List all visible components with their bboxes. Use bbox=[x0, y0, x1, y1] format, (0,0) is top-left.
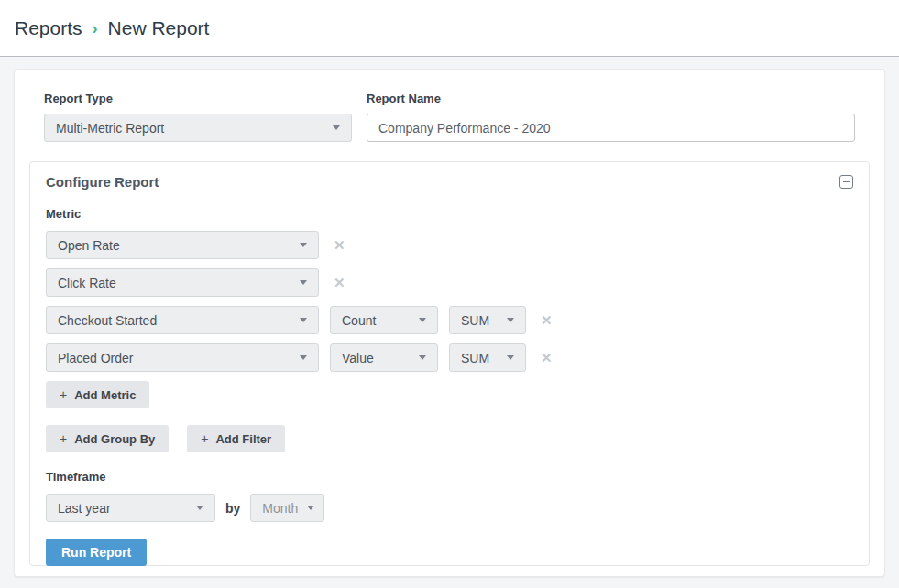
remove-metric-4-button[interactable]: ✕ bbox=[541, 351, 553, 365]
report-meta-row: Report Type Multi-Metric Report Report N… bbox=[44, 92, 855, 142]
measurement-select-4[interactable]: Value bbox=[330, 343, 438, 372]
breadcrumb: Reports › New Report bbox=[15, 17, 209, 39]
run-report-button[interactable]: Run Report bbox=[46, 539, 147, 566]
report-type-field: Report Type Multi-Metric Report bbox=[44, 92, 352, 142]
metric-row: Click Rate ✕ bbox=[46, 268, 853, 297]
chevron-down-icon bbox=[300, 280, 307, 285]
plus-icon: + bbox=[201, 431, 208, 446]
metric-select-3-value: Checkout Started bbox=[58, 313, 157, 328]
timeframe-range-value: Last year bbox=[58, 501, 111, 516]
remove-metric-2-button[interactable]: ✕ bbox=[334, 276, 345, 289]
add-metric-label: Add Metric bbox=[74, 388, 136, 402]
report-type-label: Report Type bbox=[44, 92, 352, 105]
chevron-down-icon bbox=[333, 125, 340, 130]
metric-select-3[interactable]: Checkout Started bbox=[46, 306, 319, 334]
remove-metric-3-button[interactable]: ✕ bbox=[541, 313, 553, 327]
measurement-select-3[interactable]: Count bbox=[330, 306, 438, 334]
timeframe-by-label: by bbox=[225, 501, 240, 516]
aggregate-select-3-value: SUM bbox=[461, 313, 489, 328]
remove-metric-1-button[interactable]: ✕ bbox=[334, 238, 345, 252]
plus-icon: + bbox=[60, 431, 67, 446]
configure-report-title: Configure Report bbox=[46, 174, 159, 190]
metric-select-4-value: Placed Order bbox=[58, 351, 133, 365]
metric-select-1-value: Open Rate bbox=[58, 238, 120, 253]
page-title: New Report bbox=[108, 17, 210, 39]
report-builder-card: Report Type Multi-Metric Report Report N… bbox=[14, 69, 885, 577]
metric-select-2[interactable]: Click Rate bbox=[46, 268, 319, 297]
chevron-down-icon bbox=[300, 243, 307, 247]
chevron-down-icon bbox=[196, 506, 203, 510]
aggregate-select-3[interactable]: SUM bbox=[449, 306, 526, 334]
metric-row: Open Rate ✕ bbox=[46, 231, 853, 259]
metric-row: Placed Order Value SUM ✕ bbox=[46, 343, 853, 372]
report-type-value: Multi-Metric Report bbox=[56, 121, 164, 136]
plus-icon: + bbox=[60, 387, 67, 402]
chevron-down-icon bbox=[419, 318, 426, 322]
breadcrumb-reports-link[interactable]: Reports bbox=[15, 17, 82, 39]
timeframe-row: Last year by Month bbox=[46, 494, 853, 522]
metric-row: Checkout Started Count SUM ✕ bbox=[46, 306, 853, 334]
aggregate-select-4[interactable]: SUM bbox=[449, 343, 526, 372]
measurement-select-4-value: Value bbox=[342, 351, 374, 365]
collapse-minus-icon[interactable] bbox=[839, 175, 853, 189]
chevron-down-icon bbox=[507, 318, 514, 322]
add-group-by-button[interactable]: + Add Group By bbox=[46, 425, 169, 452]
metric-select-1[interactable]: Open Rate bbox=[46, 231, 319, 259]
chevron-down-icon bbox=[300, 318, 307, 322]
metric-section-label: Metric bbox=[46, 207, 853, 221]
report-name-label: Report Name bbox=[367, 92, 855, 105]
metric-select-4[interactable]: Placed Order bbox=[46, 343, 319, 372]
report-type-select[interactable]: Multi-Metric Report bbox=[44, 114, 352, 142]
chevron-down-icon bbox=[300, 355, 307, 360]
add-filter-label: Add Filter bbox=[215, 432, 271, 446]
timeframe-section-label: Timeframe bbox=[46, 470, 853, 484]
chevron-down-icon bbox=[307, 506, 314, 510]
timeframe-interval-select[interactable]: Month bbox=[250, 494, 324, 522]
report-name-field: Report Name bbox=[367, 92, 855, 142]
group-filter-row: + Add Group By + Add Filter bbox=[46, 425, 853, 452]
chevron-down-icon bbox=[419, 355, 426, 360]
add-metric-button[interactable]: + Add Metric bbox=[46, 381, 149, 408]
configure-report-panel: Configure Report Metric Open Rate ✕ Clic… bbox=[29, 161, 870, 566]
timeframe-range-select[interactable]: Last year bbox=[46, 494, 215, 522]
top-header: Reports › New Report bbox=[0, 0, 899, 57]
configure-report-header: Configure Report bbox=[46, 174, 853, 190]
measurement-select-3-value: Count bbox=[342, 313, 376, 328]
add-metric-row: + Add Metric bbox=[46, 381, 853, 408]
aggregate-select-4-value: SUM bbox=[461, 351, 489, 365]
page-content: Report Type Multi-Metric Report Report N… bbox=[0, 57, 899, 577]
chevron-right-icon: › bbox=[93, 19, 98, 38]
timeframe-interval-value: Month bbox=[262, 501, 298, 516]
chevron-down-icon bbox=[507, 355, 514, 360]
add-filter-button[interactable]: + Add Filter bbox=[187, 425, 285, 452]
metric-select-2-value: Click Rate bbox=[58, 276, 116, 290]
report-name-input[interactable] bbox=[367, 114, 855, 142]
add-group-by-label: Add Group By bbox=[74, 432, 155, 446]
